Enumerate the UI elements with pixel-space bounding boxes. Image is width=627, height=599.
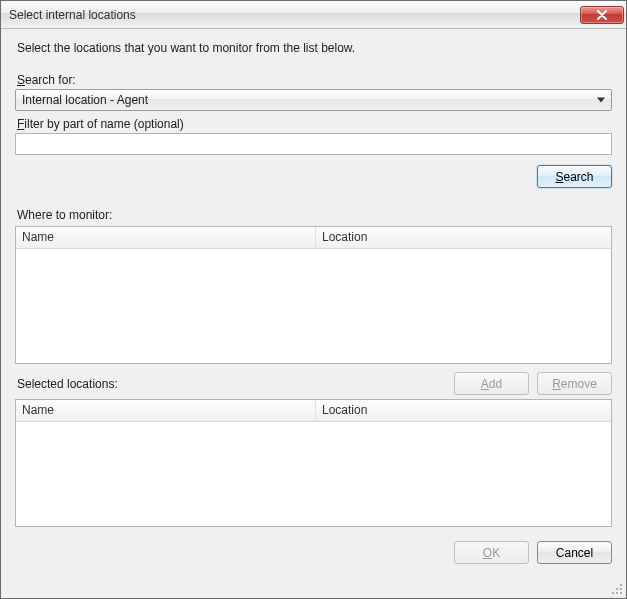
cancel-button-text: Cancel	[556, 546, 593, 560]
cancel-button[interactable]: Cancel	[537, 541, 612, 564]
search-for-accel: S	[17, 73, 25, 87]
svg-point-4	[616, 592, 618, 594]
search-for-combo[interactable]: Internal location - Agent	[15, 89, 612, 111]
selected-list-body	[16, 422, 611, 526]
svg-point-2	[620, 588, 622, 590]
monitor-listview[interactable]: Name Location	[15, 226, 612, 364]
window-title: Select internal locations	[9, 8, 580, 22]
filter-label-text: ilter by part of name (optional)	[24, 117, 183, 131]
svg-point-5	[620, 592, 622, 594]
resize-grip-icon	[609, 581, 623, 595]
add-button[interactable]: Add	[454, 372, 529, 395]
close-icon	[596, 10, 608, 20]
where-to-monitor-label: Where to monitor:	[17, 208, 612, 222]
instruction-text: Select the locations that you want to mo…	[17, 41, 612, 55]
add-remove-group: Add Remove	[454, 372, 612, 395]
dialog-content: Select the locations that you want to mo…	[1, 29, 626, 598]
ok-button[interactable]: OK	[454, 541, 529, 564]
monitor-list-body	[16, 249, 611, 363]
remove-button-text: emove	[561, 377, 597, 391]
monitor-col-location[interactable]: Location	[316, 227, 611, 248]
remove-button[interactable]: Remove	[537, 372, 612, 395]
svg-point-1	[616, 588, 618, 590]
search-for-label-text: earch for:	[25, 73, 76, 87]
search-for-label: Search for:	[17, 73, 612, 87]
chevron-down-icon	[597, 98, 605, 103]
filter-label: Filter by part of name (optional)	[17, 117, 612, 131]
remove-button-accel: R	[552, 377, 561, 391]
selected-col-name[interactable]: Name	[16, 400, 316, 421]
add-button-accel: A	[481, 377, 489, 391]
selected-col-location[interactable]: Location	[316, 400, 611, 421]
filter-input[interactable]	[15, 133, 612, 155]
ok-button-accel: O	[483, 546, 492, 560]
search-button-row: Search	[15, 165, 612, 188]
search-for-value: Internal location - Agent	[22, 93, 148, 107]
close-button[interactable]	[580, 6, 624, 24]
dialog-window: Select internal locations Select the loc…	[0, 0, 627, 599]
svg-point-0	[620, 584, 622, 586]
selected-locations-label: Selected locations:	[17, 377, 454, 391]
search-button-text: earch	[563, 170, 593, 184]
selected-listview[interactable]: Name Location	[15, 399, 612, 527]
resize-grip[interactable]	[609, 581, 623, 595]
monitor-list-header: Name Location	[16, 227, 611, 249]
svg-point-3	[612, 592, 614, 594]
selected-locations-row: Selected locations: Add Remove	[15, 372, 612, 395]
selected-list-header: Name Location	[16, 400, 611, 422]
add-button-text: dd	[489, 377, 502, 391]
dialog-footer: OK Cancel	[15, 541, 612, 564]
titlebar: Select internal locations	[1, 1, 626, 29]
search-button[interactable]: Search	[537, 165, 612, 188]
monitor-col-name[interactable]: Name	[16, 227, 316, 248]
ok-button-text: K	[492, 546, 500, 560]
